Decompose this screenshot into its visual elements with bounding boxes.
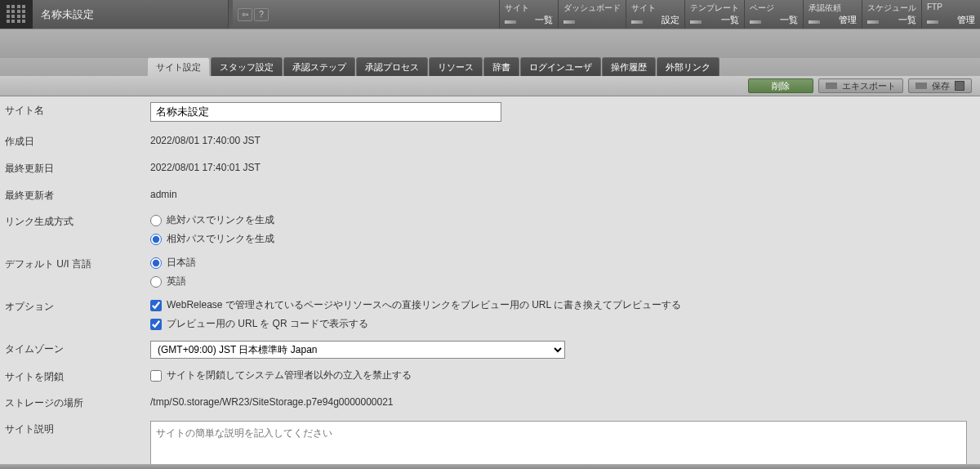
label-site-name: サイト名: [0, 102, 147, 118]
label-updater: 最終更新者: [0, 187, 147, 203]
check-close-site[interactable]: [150, 370, 162, 382]
nav-label-bottom: 設定: [631, 14, 679, 29]
save-button[interactable]: 保存: [908, 78, 972, 93]
check-close-site-wrap[interactable]: サイトを閉鎖してシステム管理者以外の立入を禁止する: [150, 368, 980, 382]
nav-label-top: スケジュール: [867, 2, 916, 14]
check-preview-qr[interactable]: [150, 319, 162, 330]
radio-abs-path-label: 絶対パスでリンクを生成: [167, 213, 274, 227]
nav-site-settings[interactable]: サイト 設定: [626, 0, 684, 29]
nav-label-bottom: 一覧: [505, 14, 553, 29]
logo-grid-icon: [7, 5, 26, 25]
nav-ftp[interactable]: FTP 管理: [921, 0, 980, 29]
radio-japanese-wrap[interactable]: 日本語: [150, 256, 980, 270]
radio-english-wrap[interactable]: 英語: [150, 275, 980, 288]
radio-rel-path-wrap[interactable]: 相対パスでリンクを生成: [150, 232, 980, 246]
check-preview-rewrite[interactable]: [150, 300, 162, 311]
row-created: 作成日 2022/08/01 17:40:00 JST: [0, 127, 980, 154]
label-options: オプション: [0, 298, 147, 314]
export-icon: [826, 83, 837, 89]
site-title-display: 名称未設定: [33, 0, 229, 29]
nav-dashboard[interactable]: ダッシュボード: [558, 0, 626, 29]
radio-rel-path-label: 相対パスでリンクを生成: [167, 232, 274, 246]
value-updated: 2022/08/01 17:40:01 JST: [150, 160, 980, 173]
row-options: オプション WebRelease で管理されているページやリソースへの直接リンク…: [0, 293, 980, 336]
label-link-method: リンク生成方式: [0, 213, 147, 229]
value-storage: /tmp/S0.storage/WR23/SiteStorage.p7e94g0…: [150, 395, 980, 408]
help-icon[interactable]: ?: [254, 8, 269, 21]
check-preview-qr-label: プレビュー用の URL を QR コードで表示する: [167, 317, 368, 331]
nav-label-top: ページ: [750, 2, 798, 14]
radio-rel-path[interactable]: [150, 234, 162, 245]
save-label: 保存: [932, 80, 950, 92]
row-description: サイト説明: [0, 416, 980, 469]
row-site-name: サイト名: [0, 96, 980, 127]
delete-button[interactable]: 削除: [748, 78, 813, 93]
nav-label-top: サイト: [505, 2, 553, 14]
form-area: サイト名 作成日 2022/08/01 17:40:00 JST 最終更新日 2…: [0, 96, 980, 469]
nav-approval[interactable]: 承認依頼 管理: [803, 0, 862, 29]
nav-label-bottom: 一覧: [690, 14, 739, 29]
radio-japanese-label: 日本語: [167, 256, 196, 270]
save-icon: [915, 83, 927, 89]
check-preview-rewrite-wrap[interactable]: WebRelease で管理されているページやリソースへの直接リンクをプレビュー…: [150, 298, 980, 312]
tab-login-user[interactable]: ログインユーザ: [520, 57, 601, 76]
input-site-name[interactable]: [150, 102, 501, 122]
topbar-left: 名称未設定 ⇦ ?: [0, 0, 274, 29]
nav-label-top: テンプレート: [690, 2, 739, 14]
tab-external-link[interactable]: 外部リンク: [657, 57, 719, 76]
radio-abs-path-wrap[interactable]: 絶対パスでリンクを生成: [150, 213, 980, 227]
check-preview-rewrite-label: WebRelease で管理されているページやリソースへの直接リンクをプレビュー…: [167, 298, 681, 312]
nav-page[interactable]: ページ 一覧: [744, 0, 803, 29]
tab-dictionary[interactable]: 辞書: [483, 57, 519, 76]
tab-operation-history[interactable]: 操作履歴: [602, 57, 656, 76]
nav-label-top: 承認依頼: [808, 2, 857, 14]
row-updater: 最終更新者 admin: [0, 181, 980, 208]
select-timezone[interactable]: (GMT+09:00) JST 日本標準時 Japan: [150, 341, 565, 359]
nav-template[interactable]: テンプレート 一覧: [684, 0, 744, 29]
row-updated: 最終更新日 2022/08/01 17:40:01 JST: [0, 154, 980, 181]
nav-label-bottom: 管理: [927, 14, 975, 29]
label-updated: 最終更新日: [0, 160, 147, 176]
tab-staff-settings[interactable]: スタッフ設定: [211, 57, 283, 76]
nav-label-bottom: 一覧: [750, 14, 798, 29]
value-created: 2022/08/01 17:40:00 JST: [150, 133, 980, 146]
secondary-bar: [0, 29, 980, 58]
label-default-lang: デフォルト U/I 言語: [0, 256, 147, 271]
site-title-text: 名称未設定: [41, 7, 94, 22]
radio-abs-path[interactable]: [150, 215, 162, 226]
row-link-method: リンク生成方式 絶対パスでリンクを生成 相対パスでリンクを生成: [0, 208, 980, 251]
check-preview-qr-wrap[interactable]: プレビュー用の URL を QR コードで表示する: [150, 317, 980, 331]
nav-schedule[interactable]: スケジュール 一覧: [862, 0, 921, 29]
label-storage: ストレージの場所: [0, 395, 147, 410]
radio-english-label: 英語: [167, 275, 186, 288]
label-close-site: サイトを閉鎖: [0, 368, 147, 384]
row-timezone: タイムゾーン (GMT+09:00) JST 日本標準時 Japan: [0, 336, 980, 364]
tab-resource[interactable]: リソース: [429, 57, 483, 76]
row-storage: ストレージの場所 /tmp/S0.storage/WR23/SiteStorag…: [0, 389, 980, 416]
disk-icon: [955, 81, 964, 91]
nav-site-list[interactable]: サイト 一覧: [499, 0, 558, 29]
app-logo[interactable]: [0, 0, 33, 29]
delete-label: 削除: [772, 80, 790, 92]
bottom-bar: [0, 464, 980, 469]
nav-label-bottom: 管理: [808, 14, 857, 29]
topbar-nav: サイト 一覧 ダッシュボード サイト 設定 テンプレート 一覧 ページ 一覧 承…: [499, 0, 980, 29]
radio-english[interactable]: [150, 276, 162, 288]
textarea-description[interactable]: [150, 421, 967, 469]
tab-approval-step[interactable]: 承認ステップ: [283, 57, 355, 76]
export-label: エキスポート: [842, 80, 896, 92]
nav-label-top: FTP: [927, 2, 975, 11]
radio-japanese[interactable]: [150, 257, 162, 269]
back-icon[interactable]: ⇦: [238, 8, 252, 21]
label-timezone: タイムゾーン: [0, 341, 147, 356]
nav-label-top: ダッシュボード: [564, 2, 621, 14]
export-button[interactable]: エキスポート: [818, 78, 903, 93]
label-created: 作成日: [0, 133, 147, 149]
check-close-site-label: サイトを閉鎖してシステム管理者以外の立入を禁止する: [167, 368, 412, 382]
top-bar: 名称未設定 ⇦ ? サイト 一覧 ダッシュボード サイト 設定 テンプレート 一…: [0, 0, 980, 29]
tab-row: サイト設定 スタッフ設定 承認ステップ 承認プロセス リソース 辞書 ログインユ…: [0, 58, 980, 76]
nav-label-bottom: 一覧: [867, 14, 916, 29]
value-updater: admin: [150, 187, 980, 200]
tab-approval-process[interactable]: 承認プロセス: [356, 57, 428, 76]
tab-site-settings[interactable]: サイト設定: [147, 57, 210, 76]
